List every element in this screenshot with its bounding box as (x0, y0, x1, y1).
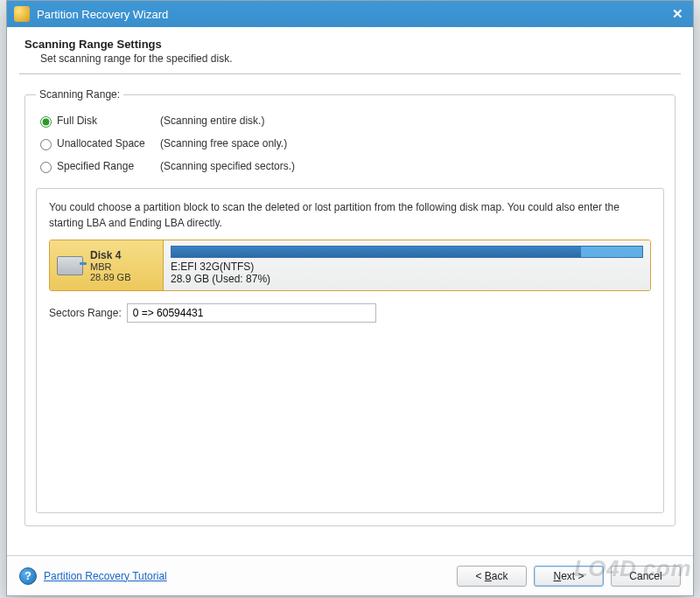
usage-used (172, 247, 581, 257)
disk-map-box: You could choose a partition block to sc… (36, 188, 664, 513)
partition-block[interactable]: E:EFI 32G(NTFS) 28.9 GB (Used: 87%) (164, 240, 650, 290)
scanning-range-legend: Scanning Range: (36, 88, 123, 101)
sectors-row: Sectors Range: (49, 303, 651, 323)
sectors-input[interactable] (127, 303, 376, 323)
body: Scanning Range Settings Set scanning ran… (7, 27, 693, 526)
disk-row[interactable]: Disk 4 MBR 28.89 GB E:EFI 32G(NTFS) 28.9… (49, 240, 651, 291)
radio-unallocated-label: Unallocated Space (57, 137, 160, 150)
footer: ? Partition Recovery Tutorial < Back Nex… (7, 555, 693, 595)
app-icon (14, 6, 30, 22)
page-title: Scanning Range Settings (24, 38, 676, 51)
drive-icon (57, 256, 83, 275)
page-header: Scanning Range Settings Set scanning ran… (19, 34, 681, 74)
radio-unallocated-desc: (Scanning free space only.) (160, 137, 287, 150)
wizard-window: Partition Recovery Wizard ✕ Scanning Ran… (6, 0, 694, 596)
partition-label: E:EFI 32G(NTFS) (171, 261, 643, 273)
tutorial-link[interactable]: Partition Recovery Tutorial (44, 570, 167, 582)
radio-specified-input[interactable] (40, 162, 52, 173)
radio-specified[interactable]: Specified Range (Scanning specified sect… (36, 155, 664, 177)
disk-type: MBR (90, 261, 130, 272)
disk-size: 28.89 GB (90, 272, 130, 282)
usage-bar (171, 246, 643, 258)
disk-name: Disk 4 (90, 249, 130, 261)
radio-full-disk[interactable]: Full Disk (Scanning entire disk.) (36, 109, 664, 132)
radio-full-disk-label: Full Disk (57, 115, 160, 127)
cancel-button[interactable]: Cancel (611, 566, 681, 587)
disk-info: Disk 4 MBR 28.89 GB (50, 240, 164, 290)
disk-map-instructions: You could choose a partition block to sc… (49, 199, 651, 231)
sectors-label: Sectors Range: (49, 307, 122, 319)
radio-specified-label: Specified Range (57, 160, 160, 172)
radio-full-disk-input[interactable] (40, 116, 52, 128)
radio-unallocated-input[interactable] (40, 139, 52, 150)
next-button[interactable]: Next > (534, 566, 604, 587)
back-button[interactable]: < Back (457, 566, 527, 587)
page-subtitle: Set scanning range for the specified dis… (40, 52, 676, 65)
radio-unallocated[interactable]: Unallocated Space (Scanning free space o… (36, 132, 664, 155)
window-title: Partition Recovery Wizard (37, 8, 668, 21)
radio-specified-desc: (Scanning specified sectors.) (160, 160, 295, 172)
partition-usage: 28.9 GB (Used: 87%) (171, 273, 643, 285)
help-icon[interactable]: ? (19, 567, 37, 585)
scanning-range-group: Scanning Range: Full Disk (Scanning enti… (24, 88, 676, 526)
radio-full-disk-desc: (Scanning entire disk.) (160, 115, 264, 127)
close-icon[interactable]: ✕ (668, 5, 686, 23)
titlebar: Partition Recovery Wizard ✕ (7, 1, 693, 27)
usage-free (581, 247, 642, 257)
